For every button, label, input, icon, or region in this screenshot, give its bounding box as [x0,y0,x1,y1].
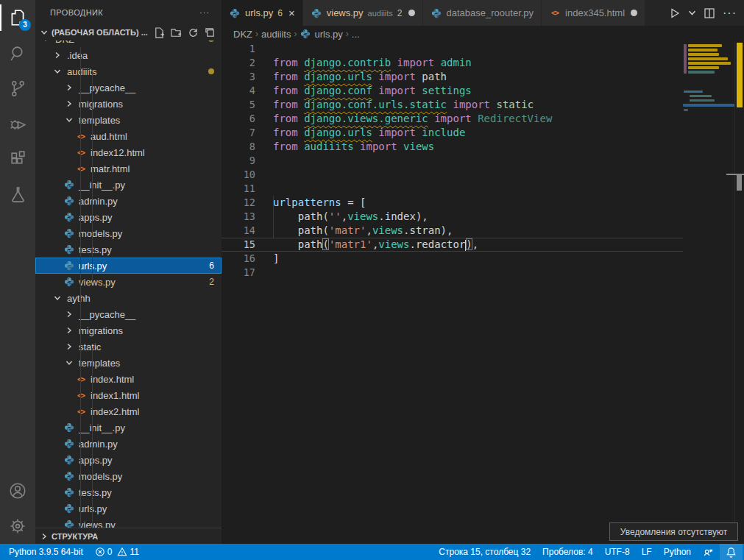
code-line-4[interactable]: 4from django.conf import settings [222,84,683,98]
tree-item-tests-py[interactable]: tests.py [35,484,222,500]
dirty-dot-icon[interactable] [408,10,415,16]
tree-item-apps-py[interactable]: apps.py [35,452,222,468]
tab-database-roouter-py[interactable]: database_roouter.py [423,0,542,26]
tab-label: index345.html [565,7,625,18]
tree-item-migrations[interactable]: migrations [35,322,222,339]
refresh-icon[interactable] [188,27,199,38]
code-line-9[interactable]: 9 [222,154,683,168]
code-line-11[interactable]: 11 [222,182,683,196]
python-interpreter[interactable]: Python 3.9.5 64-bit [3,544,89,560]
outline-section-header[interactable]: СТРУКТУРА [35,528,222,544]
tree-item-aud-html[interactable]: <>aud.html [35,128,222,144]
tree-item-index1-html[interactable]: <>index1.html [35,387,222,403]
tree-item-index12-html[interactable]: <>index12.html [35,144,222,160]
indentation[interactable]: Пробелов: 4 [536,544,599,560]
tree-item--idea[interactable]: .idea [35,47,222,63]
code-line-7[interactable]: 7from django.urls import include [222,126,683,140]
close-icon[interactable]: × [288,7,295,19]
tree-item--init-py[interactable]: __init__.py [35,177,222,193]
language-mode[interactable]: Python [658,544,697,560]
tree-item-migrations[interactable]: migrations [35,96,222,112]
new-file-icon[interactable] [154,27,165,38]
code-line-10[interactable]: 10 [222,168,683,182]
tree-item-dkz[interactable]: DKZ [35,40,222,47]
extensions-icon[interactable] [0,141,35,177]
tree-item-templates[interactable]: templates [35,112,222,128]
testing-icon[interactable] [0,177,35,212]
code-line-2[interactable]: 2from django.contrib import admin [222,56,683,70]
cursor-position[interactable]: Строка 15, столбец 32 [433,544,536,560]
tree-item-models-py[interactable]: models.py [35,468,222,484]
tree-item-index-html[interactable]: <>index.html [35,371,222,387]
explorer-icon[interactable]: 3 [0,0,35,35]
line-number: 16 [222,252,255,266]
settings-gear-icon[interactable] [0,508,35,544]
tree-item--pycache-[interactable]: __pycache__ [35,79,222,96]
scrollbar[interactable] [734,42,744,544]
search-icon[interactable] [0,35,35,71]
tab-urls-py[interactable]: urls.py6× [222,0,303,26]
code-line-3[interactable]: 3from django.urls import path [222,70,683,84]
collapse-all-icon[interactable] [205,27,216,38]
scrollbar-thumb[interactable] [737,175,742,191]
tree-item-audiiits[interactable]: audiiits [35,63,222,79]
breadcrumb-item-urls-py[interactable]: urls.py [300,28,342,40]
tree-item-urls-py[interactable]: urls.py6 [35,258,222,274]
breadcrumb-item-dkz[interactable]: DKZ [233,29,252,40]
tree-item--pycache-[interactable]: __pycache__ [35,306,222,322]
sidebar-more-actions-icon[interactable]: ··· [199,8,210,17]
tree-item-views-py[interactable]: views.py [35,517,222,528]
code-line-14[interactable]: 14 path('matr',views.stran), [222,224,683,238]
tree-item--init-py[interactable]: __init__.py [35,419,222,436]
code-line-8[interactable]: 8from audiiits import views [222,140,683,154]
chevron-right-icon [63,308,75,320]
breadcrumb-item--[interactable]: ... [352,29,360,40]
code-line-12[interactable]: 12urlpatterns = [ [222,196,683,210]
tree-item-templates[interactable]: templates [35,355,222,371]
line-number: 5 [222,98,255,112]
tree-item-admin-py[interactable]: admin.py [35,436,222,452]
code-editor[interactable]: 12from django.contrib import admin3from … [222,42,744,544]
tree-item-label: views.py [79,277,116,288]
code-line-1[interactable]: 1 [222,42,683,56]
run-button[interactable] [669,7,681,19]
html-file-icon: <> [75,130,87,142]
tree-item-models-py[interactable]: models.py [35,225,222,241]
more-actions-icon[interactable]: ··· [723,7,737,20]
tree-item-aythh[interactable]: aythh [35,290,222,306]
minimap[interactable] [683,42,734,544]
tree-item-matr-html[interactable]: <>matr.html [35,160,222,177]
code-line-17[interactable]: 17 [222,266,683,280]
run-and-debug-icon[interactable] [0,106,35,141]
run-dropdown-icon[interactable] [688,9,696,17]
tree-item-index2-html[interactable]: <>index2.html [35,403,222,419]
dirty-dot-icon[interactable] [631,10,637,16]
breadcrumb-item-audiiits[interactable]: audiiits [261,29,291,40]
tree-item-urls-py[interactable]: urls.py [35,500,222,517]
tree-item-admin-py[interactable]: admin.py [35,193,222,209]
tree-item-apps-py[interactable]: apps.py [35,209,222,225]
code-line-6[interactable]: 6from django.views.generic import Redire… [222,112,683,126]
code-line-15[interactable]: 15 path('matr1',views.redactor), [222,238,683,252]
tree-item-tests-py[interactable]: tests.py [35,241,222,258]
new-folder-icon[interactable] [171,27,182,38]
python-file-icon [63,211,75,223]
encoding[interactable]: UTF-8 [599,544,636,560]
tree-item-label: urls.py [79,260,107,272]
problems-indicator[interactable]: 0 11 [89,544,145,560]
code-line-16[interactable]: 16] [222,252,683,266]
feedback-icon[interactable] [697,544,720,560]
accounts-icon[interactable] [0,473,35,508]
split-editor-icon[interactable] [704,7,715,19]
workspace-section-header[interactable]: (РАБОЧАЯ ОБЛАСТЬ) ... [35,24,222,40]
code-line-13[interactable]: 13 path('',views.index), [222,210,683,224]
code-line-5[interactable]: 5from django.conf.urls.static import sta… [222,98,683,112]
eol-sequence[interactable]: LF [636,544,658,560]
tree-item-static[interactable]: static [35,339,222,355]
source-control-icon[interactable] [0,71,35,106]
tab-index345-html[interactable]: <>index345.html [542,0,645,26]
python-file-icon [63,486,75,498]
tab-views-py[interactable]: views.pyaudiiits2 [303,0,423,26]
tree-item-views-py[interactable]: views.py2 [35,274,222,290]
notifications-bell-icon[interactable] [720,544,743,560]
